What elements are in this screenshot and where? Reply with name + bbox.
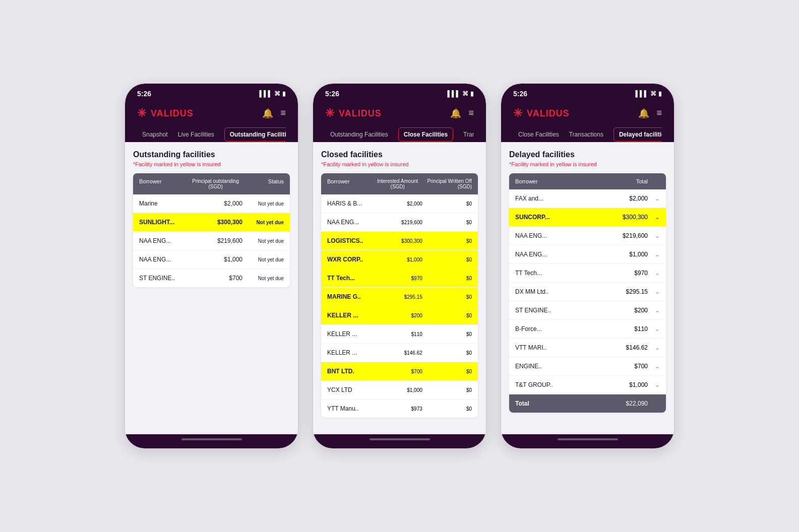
phone-body: Outstanding facilities*Facility marked i… bbox=[125, 142, 298, 434]
app-header: ✳ VALIDUS 🔔 ≡ bbox=[325, 103, 474, 127]
borrower-cell: KELLER ... bbox=[327, 312, 373, 319]
phone-bottom bbox=[125, 434, 298, 448]
total-label: Total bbox=[515, 400, 587, 407]
pwoff-cell: $0 bbox=[422, 201, 472, 207]
pwoff-cell: $0 bbox=[422, 406, 472, 412]
amount-cell: $2,000 bbox=[189, 200, 242, 207]
table-row[interactable]: SUNLIGHT... $300,300 Not yet due bbox=[133, 213, 290, 232]
logo-text: VALIDUS bbox=[527, 108, 570, 119]
table-row[interactable]: ST ENGINE.. $700 Not yet due bbox=[133, 269, 290, 287]
nav-tab-2[interactable]: Outstanding Facilities bbox=[219, 127, 286, 142]
borrower-cell: TT Tech... bbox=[327, 275, 373, 282]
table-row[interactable]: T&T GROUP.. $1,000 ⌄ bbox=[509, 376, 666, 394]
header-icons: 🔔 ≡ bbox=[262, 108, 286, 119]
nav-tab-2[interactable]: Transactions bbox=[458, 127, 474, 142]
total-cell: $300,300 bbox=[587, 214, 648, 221]
col-header-amount: Interested Amount (SGD) bbox=[373, 178, 422, 189]
nav-tab-0[interactable]: Snapshot bbox=[137, 127, 173, 142]
nav-tab-0[interactable]: Close Facilities bbox=[513, 127, 564, 142]
logo-icon: ✳ bbox=[513, 107, 523, 120]
table-row[interactable]: KELLER ... $146.62 $0 bbox=[321, 344, 478, 362]
logo: ✳ VALIDUS bbox=[513, 107, 570, 120]
table-row[interactable]: NAA ENG... $1,000 ⌄ bbox=[509, 245, 666, 264]
amount-cell: $700 bbox=[189, 275, 242, 282]
borrower-cell: NAA ENG... bbox=[515, 251, 587, 258]
status-cell: Not yet due bbox=[242, 220, 284, 225]
table-row[interactable]: Marine $2,000 Not yet due bbox=[133, 194, 290, 213]
chevron-down-icon: ⌄ bbox=[655, 381, 660, 388]
table-row[interactable]: SUNCORP... $300,300 ⌄ bbox=[509, 208, 666, 227]
nav-tab-1[interactable]: Live Facilities bbox=[173, 127, 219, 142]
table-row[interactable]: TT Tech... $970 $0 bbox=[321, 269, 478, 288]
pwoff-cell: $0 bbox=[422, 331, 472, 337]
col-header-amount: Principal outstanding (SGD) bbox=[189, 178, 242, 189]
table-row[interactable]: HARIS & B... $2,000 $0 bbox=[321, 194, 478, 213]
table-row[interactable]: BNT LTD. $700 $0 bbox=[321, 362, 478, 381]
nav-tab-1[interactable]: Transactions bbox=[564, 127, 608, 142]
borrower-cell: KELLER ... bbox=[327, 330, 373, 338]
chevron-down-icon: ⌄ bbox=[655, 251, 660, 258]
pwoff-cell: $0 bbox=[422, 387, 472, 393]
data-table: Borrower Total FAX and... $2,000 ⌄ SUNCO… bbox=[509, 173, 666, 413]
borrower-cell: NAA ENG... bbox=[327, 219, 373, 226]
status-cell: Not yet due bbox=[242, 257, 284, 262]
menu-icon[interactable]: ≡ bbox=[280, 108, 286, 119]
table-header-row: Borrower Principal outstanding (SGD) Sta… bbox=[133, 173, 290, 194]
nav-tab-2[interactable]: Delayed facilities bbox=[608, 127, 662, 142]
table-row[interactable]: NAA ENG... $219,600 $0 bbox=[321, 213, 478, 232]
borrower-cell: LOGISTICS.. bbox=[327, 237, 373, 244]
table-row[interactable]: KELLER ... $110 $0 bbox=[321, 325, 478, 344]
table-row[interactable]: VTT MARI.. $146.62 ⌄ bbox=[509, 339, 666, 357]
menu-icon[interactable]: ≡ bbox=[656, 108, 662, 119]
table-row[interactable]: B-Force... $110 ⌄ bbox=[509, 320, 666, 339]
table-row[interactable]: ENGINE.. $700 ⌄ bbox=[509, 357, 666, 376]
table-row[interactable]: MARINE G.. $295.15 $0 bbox=[321, 288, 478, 306]
status-bar: 5:26 ▌▌▌ ⌘ ▮ bbox=[325, 90, 474, 103]
borrower-cell: NAA ENG... bbox=[139, 256, 189, 263]
amount-cell: $300,300 bbox=[189, 219, 242, 226]
borrower-cell: FAX and... bbox=[515, 195, 587, 202]
table-row[interactable]: YCX LTD $1,000 $0 bbox=[321, 381, 478, 400]
phone-body: Delayed facilities*Facility marked in ye… bbox=[501, 142, 674, 434]
table-row[interactable]: NAA ENG... $219,600 Not yet due bbox=[133, 232, 290, 250]
table-row[interactable]: FAX and... $2,000 ⌄ bbox=[509, 189, 666, 208]
table-row[interactable]: ST ENGINE.. $200 ⌄ bbox=[509, 301, 666, 320]
table-row[interactable]: NAA ENG... $219,600 ⌄ bbox=[509, 227, 666, 245]
signal-icon: ▌▌▌ bbox=[259, 90, 272, 97]
notification-bell-icon[interactable]: 🔔 bbox=[262, 108, 273, 119]
status-time: 5:26 bbox=[513, 90, 527, 98]
home-indicator bbox=[370, 438, 430, 440]
logo-icon: ✳ bbox=[325, 107, 335, 120]
signal-icon: ▌▌▌ bbox=[635, 90, 648, 97]
menu-icon[interactable]: ≡ bbox=[468, 108, 474, 119]
pwoff-cell: $0 bbox=[422, 220, 472, 225]
nav-tabs: Outstanding FacilitiesClose FacilitiesTr… bbox=[325, 127, 474, 142]
notification-bell-icon[interactable]: 🔔 bbox=[638, 108, 649, 119]
borrower-cell: SUNCORP... bbox=[515, 214, 587, 221]
amount-cell: $110 bbox=[373, 331, 422, 337]
table-row[interactable]: KELLER ... $200 $0 bbox=[321, 306, 478, 325]
table-row[interactable]: WXR CORP.. $1,000 $0 bbox=[321, 250, 478, 269]
borrower-cell: T&T GROUP.. bbox=[515, 381, 587, 388]
borrower-cell: MARINE G.. bbox=[327, 293, 373, 300]
phone-bottom bbox=[313, 434, 486, 448]
borrower-cell: TT Tech... bbox=[515, 270, 587, 277]
nav-tab-0[interactable]: Outstanding Facilities bbox=[325, 127, 393, 142]
pwoff-cell: $0 bbox=[422, 294, 472, 300]
phone-screen2: 5:26 ▌▌▌ ⌘ ▮ ✳ VALIDUS 🔔 ≡ Outstanding F… bbox=[313, 83, 486, 449]
table-row[interactable]: NAA ENG... $1,000 Not yet due bbox=[133, 250, 290, 269]
borrower-cell: NAA ENG... bbox=[139, 237, 189, 244]
table-row[interactable]: LOGISTICS.. $300,300 $0 bbox=[321, 232, 478, 250]
header-icons: 🔔 ≡ bbox=[450, 108, 474, 119]
table-row[interactable]: DX MM Ltd.. $295.15 ⌄ bbox=[509, 283, 666, 301]
status-cell: Not yet due bbox=[242, 238, 284, 244]
table-row[interactable]: YTT Manu.. $973 $0 bbox=[321, 400, 478, 418]
borrower-cell: NAA ENG... bbox=[515, 232, 587, 239]
status-icons: ▌▌▌ ⌘ ▮ bbox=[259, 90, 286, 97]
logo-text: VALIDUS bbox=[151, 108, 194, 119]
nav-tab-1[interactable]: Close Facilities bbox=[393, 127, 458, 142]
chevron-down-icon: ⌄ bbox=[655, 232, 660, 239]
notification-bell-icon[interactable]: 🔔 bbox=[450, 108, 461, 119]
amount-cell: $219,600 bbox=[189, 237, 242, 244]
table-row[interactable]: TT Tech... $970 ⌄ bbox=[509, 264, 666, 283]
